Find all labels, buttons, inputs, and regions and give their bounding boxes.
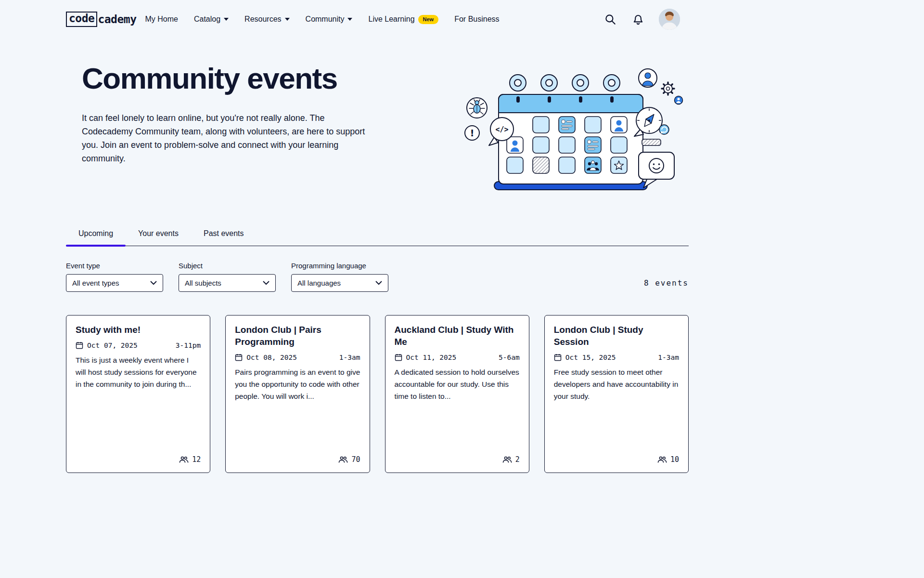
calendar-illustration-svg: ! </> — [462, 62, 689, 202]
logo-rest-text: cademy — [98, 13, 136, 26]
nav-item-resources[interactable]: Resources — [244, 15, 289, 24]
select-value: All subjects — [185, 279, 221, 287]
filter-label: Programming language — [291, 262, 388, 270]
chevron-down-icon — [263, 281, 270, 285]
hero-section: Community events It can feel lonely to l… — [66, 59, 689, 202]
select-value: All languages — [297, 279, 341, 287]
event-title: London Club | Pairs Programming — [235, 324, 360, 348]
nav-label: Catalog — [194, 15, 220, 24]
event-description: Pairs programming is an event to give yo… — [235, 366, 360, 402]
nav-label: For Business — [454, 15, 499, 24]
codecademy-logo[interactable]: codecademy — [66, 12, 136, 26]
attendee-count: 12 — [192, 455, 201, 464]
nav-label: My Home — [145, 15, 178, 24]
page-title: Community events — [82, 63, 393, 94]
top-nav: codecademy My Home Catalog Resources Com… — [0, 0, 924, 39]
tab-past-events[interactable]: Past events — [191, 229, 257, 246]
event-date: Oct 08, 2025 — [246, 354, 297, 361]
tab-your-events[interactable]: Your events — [126, 229, 191, 246]
event-date: Oct 11, 2025 — [406, 354, 457, 361]
svg-text:!: ! — [470, 128, 475, 138]
event-card[interactable]: Study with me! Oct 07, 2025 3-11pm This … — [66, 315, 210, 473]
tab-upcoming[interactable]: Upcoming — [66, 229, 126, 246]
nav-item-catalog[interactable]: Catalog — [194, 15, 229, 24]
event-attendees: 12 — [179, 455, 201, 464]
attendee-count: 70 — [351, 455, 360, 464]
bell-icon — [632, 13, 644, 26]
event-time: 5-6am — [499, 354, 520, 361]
attendees-icon — [657, 456, 667, 463]
chevron-down-icon — [285, 18, 290, 21]
calendar-icon — [235, 354, 243, 361]
new-badge: New — [418, 15, 439, 24]
nav-item-my-home[interactable]: My Home — [145, 15, 178, 24]
hero-text: Community events It can feel lonely to l… — [66, 59, 393, 165]
event-card-grid: Study with me! Oct 07, 2025 3-11pm This … — [66, 315, 689, 473]
nav-item-for-business[interactable]: For Business — [454, 15, 499, 24]
calendar-icon — [395, 354, 402, 361]
event-date-row: Oct 08, 2025 1-3am — [235, 354, 360, 361]
notifications-button[interactable] — [631, 12, 645, 26]
event-attendees: 70 — [338, 455, 360, 464]
event-title: Study with me! — [76, 324, 201, 336]
svg-text:</>: </> — [495, 125, 508, 134]
nav-right-actions — [603, 9, 689, 30]
event-attendees: 10 — [657, 455, 679, 464]
calendar-icon — [76, 342, 83, 349]
language-select[interactable]: All languages — [291, 274, 388, 292]
event-title: Auckland Club | Study With Me — [395, 324, 520, 348]
hero-description: It can feel lonely to learn online, but … — [82, 111, 374, 165]
nav-label: Resources — [244, 15, 281, 24]
search-icon — [604, 13, 616, 26]
event-date-row: Oct 15, 2025 1-3am — [554, 354, 679, 361]
user-avatar[interactable] — [659, 9, 680, 30]
subject-select[interactable]: All subjects — [179, 274, 276, 292]
nav-item-live-learning[interactable]: Live Learning New — [368, 15, 438, 24]
calendar-illustration: ! </> — [462, 62, 689, 202]
events-tabs: Upcoming Your events Past events — [66, 229, 689, 246]
attendee-count: 10 — [670, 455, 679, 464]
chevron-down-icon — [347, 18, 352, 21]
event-date: Oct 15, 2025 — [565, 354, 616, 361]
event-time: 1-3am — [339, 354, 360, 361]
calendar-icon — [554, 354, 562, 361]
filters-bar: Event type All event types Subject All s… — [66, 262, 689, 292]
attendee-count: 2 — [515, 455, 520, 464]
nav-label: Live Learning — [368, 15, 414, 24]
events-count: 8 events — [644, 278, 689, 292]
filter-language: Programming language All languages — [291, 262, 388, 292]
filter-label: Subject — [179, 262, 276, 270]
attendees-icon — [502, 456, 512, 463]
event-description: A dedicated session to hold ourselves ac… — [395, 366, 520, 402]
main-content: Community events It can feel lonely to l… — [66, 59, 689, 473]
search-button[interactable] — [603, 12, 617, 26]
event-date-row: Oct 11, 2025 5-6am — [395, 354, 520, 361]
logo-boxed-text: code — [66, 12, 97, 26]
event-description: This is just a weekly event where I will… — [76, 354, 201, 390]
filter-subject: Subject All subjects — [179, 262, 276, 292]
event-time: 1-3am — [658, 354, 679, 361]
main-menu: My Home Catalog Resources Community Live… — [145, 15, 499, 24]
chevron-down-icon — [375, 281, 382, 285]
event-date: Oct 07, 2025 — [87, 342, 138, 349]
nav-item-community[interactable]: Community — [306, 15, 353, 24]
event-attendees: 2 — [502, 455, 520, 464]
event-card[interactable]: London Club | Study Session Oct 15, 2025… — [544, 315, 689, 473]
select-value: All event types — [72, 279, 119, 287]
event-date-row: Oct 07, 2025 3-11pm — [76, 342, 201, 349]
event-card[interactable]: London Club | Pairs Programming Oct 08, … — [225, 315, 370, 473]
chevron-down-icon — [224, 18, 229, 21]
avatar-image — [659, 9, 680, 30]
event-time: 3-11pm — [176, 342, 201, 349]
event-title: London Club | Study Session — [554, 324, 679, 348]
event-description: Free study session to meet other develop… — [554, 366, 679, 402]
event-type-select[interactable]: All event types — [66, 274, 163, 292]
nav-label: Community — [306, 15, 345, 24]
chevron-down-icon — [150, 281, 157, 285]
filter-label: Event type — [66, 262, 163, 270]
attendees-icon — [338, 456, 348, 463]
filter-event-type: Event type All event types — [66, 262, 163, 292]
event-card[interactable]: Auckland Club | Study With Me Oct 11, 20… — [385, 315, 529, 473]
attendees-icon — [179, 456, 189, 463]
